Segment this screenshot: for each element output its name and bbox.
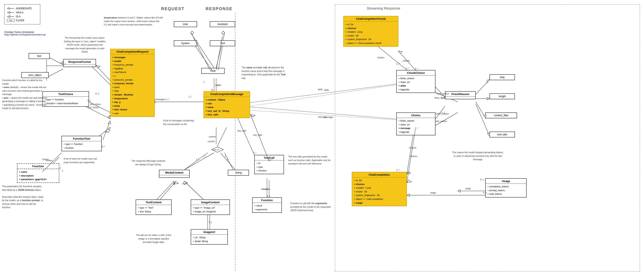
field-msg-tool-call-id: + tool_call_id : String — [206, 109, 248, 113]
class-image-url-header: ImageUrl — [191, 229, 228, 235]
field-comp-usage: + usage — [354, 201, 405, 205]
svg-text:delta: delta — [318, 88, 322, 91]
svg-text:1: 1 — [212, 89, 213, 91]
class-function-req: Function + name + description + paramete… — [17, 163, 59, 183]
field-comp-choices: + choices — [354, 182, 405, 186]
class-chat-completion-chunk: ChatCompletionChunk + id :Str + choices … — [343, 16, 398, 47]
field-req-tools: + tools — [112, 104, 152, 108]
streaming-label: Streaming Response — [366, 6, 400, 11]
annotation-finish-reason: The reason the model stopped generating … — [451, 151, 504, 161]
field-comp-created: + created : Long — [354, 186, 405, 190]
svg-marker-8 — [191, 31, 194, 35]
one-of-diamond: One Of — [211, 146, 222, 153]
field-fn-name: + name — [19, 170, 57, 174]
field-req-stop: + stop — [112, 89, 152, 93]
class-tool-choice-body: + type == 'function' + function = name:f… — [43, 97, 88, 106]
svg-text:1: 1 — [227, 158, 228, 161]
class-chat-completion-chunk-header: ChatCompletionChunk — [344, 16, 398, 22]
class-finish-reason-body — [446, 97, 475, 99]
diagram-container: role 1 messages 1..* content 1..* 1 1 to… — [0, 0, 644, 279]
svg-marker-133 — [61, 62, 63, 65]
author-info: Christian Tzolov (christzolov) https://g… — [4, 31, 46, 36]
label-tool-choice-mult: 0..1 — [95, 92, 99, 95]
annotation-temperature: temperature between 0 and 1. Higher valu… — [104, 16, 163, 27]
class-chat-completion-header: ChatCompletion — [352, 172, 406, 178]
field-msg-role: + role — [206, 102, 248, 106]
field-ic-url: + image_url: ImageUrl — [193, 210, 228, 214]
field-req-resp-fmt: + response_format — [112, 82, 152, 86]
class-chat-completion-message-body: + content : Object + role + name + tool_… — [204, 97, 250, 118]
field-msg-tool-calls: + tool_calls — [206, 113, 248, 117]
field-req-freq: + frequency_penalty — [112, 63, 152, 67]
field-comp-object: + object == 'chat.completion' — [354, 197, 405, 201]
svg-text:messages 1..*: messages 1..* — [155, 98, 170, 101]
svg-marker-37 — [108, 115, 110, 119]
class-media-content-body — [159, 175, 189, 177]
field-chunk-id: + id :Str — [346, 23, 396, 27]
field-chunk-created: + created : Long — [346, 30, 396, 34]
class-function-tool: FunctionTool + type == 'function' + func… — [62, 136, 102, 151]
class-tool-call-body: + id + type + function — [255, 160, 284, 174]
annotation-tool-choice: Controls which function is called by the… — [2, 79, 49, 110]
field-c-logprobs: + logprobs — [398, 130, 433, 134]
class-response-format-body — [64, 65, 96, 67]
field-usage-completion: + completion_tokens — [488, 185, 524, 189]
svg-marker-76 — [8, 12, 10, 14]
field-comp-model: + model : Str — [354, 190, 405, 194]
field-iu-url: + url : String — [193, 236, 226, 239]
svg-line-130 — [220, 153, 235, 170]
svg-line-51 — [91, 66, 110, 85]
field-msg-content: + content : Object — [206, 98, 248, 102]
svg-text:1: 1 — [211, 221, 212, 224]
field-tc-type: + type — [256, 165, 282, 169]
svg-line-141 — [103, 121, 110, 140]
class-response-format: ResponseFormat — [63, 59, 96, 67]
class-finish-reason-header: FinishReason — [446, 92, 475, 97]
svg-text:tool_choise: tool_choise — [88, 106, 99, 109]
svg-text:1: 1 — [60, 167, 61, 169]
class-chat-completion-request: ChatCompletionRequest + messages + model… — [110, 49, 155, 117]
svg-line-135 — [49, 69, 63, 76]
svg-marker-137 — [96, 65, 100, 68]
field-tc-type: + type == "text" — [138, 206, 170, 210]
request-label: REQUEST — [161, 6, 184, 11]
field-cc-index: + index :int — [398, 80, 433, 84]
svg-text:1: 1 — [209, 221, 210, 223]
class-tool-call: ToolCall + id + type + function — [254, 155, 284, 174]
tool-box: Tool — [210, 40, 235, 46]
label-usage-mult: 0..1 — [480, 178, 484, 181]
field-cc-finish: + finish_reason — [398, 77, 433, 80]
label-comp-choices-mult: 1..* — [396, 169, 400, 171]
author-name: Christian Tzolov (christzolov) — [4, 31, 46, 33]
class-function-tool-body: + type == 'function' + function — [62, 141, 101, 151]
annotation-response-contents: The response Message contents are always… — [132, 159, 165, 166]
svg-marker-78 — [8, 16, 10, 18]
field-tc-text: + text: String — [138, 210, 170, 214]
class-usage-header: Usage — [486, 179, 526, 184]
field-cc-logprobs: + logprobs — [398, 88, 433, 92]
class-tool-call-header: ToolCall — [255, 155, 284, 160]
label-chunk-finish-reason: 0..1 — [441, 97, 445, 99]
svg-marker-123 — [183, 181, 187, 184]
author-github-link[interactable]: https://github.com/logaritex/assistant-a… — [4, 33, 46, 36]
svg-text:0..*: 0..* — [253, 152, 256, 154]
svg-text:role: role — [217, 84, 221, 86]
svg-marker-121 — [174, 181, 178, 184]
svg-text:1: 1 — [62, 169, 63, 172]
field-fr-args: + arguments — [254, 208, 280, 211]
legend-has-a: HAS A — [7, 11, 38, 14]
label-1-role: 1 — [204, 81, 205, 83]
field-comp-id: + id :Str — [354, 179, 405, 182]
annotation-name-tool-call-id: The name and tool_call_id stand for the … — [242, 66, 286, 80]
class-chat-completion: ChatCompletion + id :Str + choices + cre… — [352, 172, 407, 206]
label-messages-multiplicity: 1..* — [188, 96, 192, 98]
class-image-content: ImageContent + type == "image_url" + ima… — [191, 199, 230, 215]
field-usage-total: + total_tokens — [488, 192, 524, 196]
field-c-message: + message — [398, 126, 433, 130]
svg-text:fcntion: fcntion — [46, 159, 52, 162]
class-text-content-header: TextContent — [136, 200, 171, 205]
svg-text:1..*: 1..* — [196, 158, 199, 161]
field-req-tool-choice: + tool_choice — [112, 108, 152, 112]
class-media-content-header: MediaContent — [159, 170, 189, 175]
svg-line-120 — [160, 181, 176, 199]
